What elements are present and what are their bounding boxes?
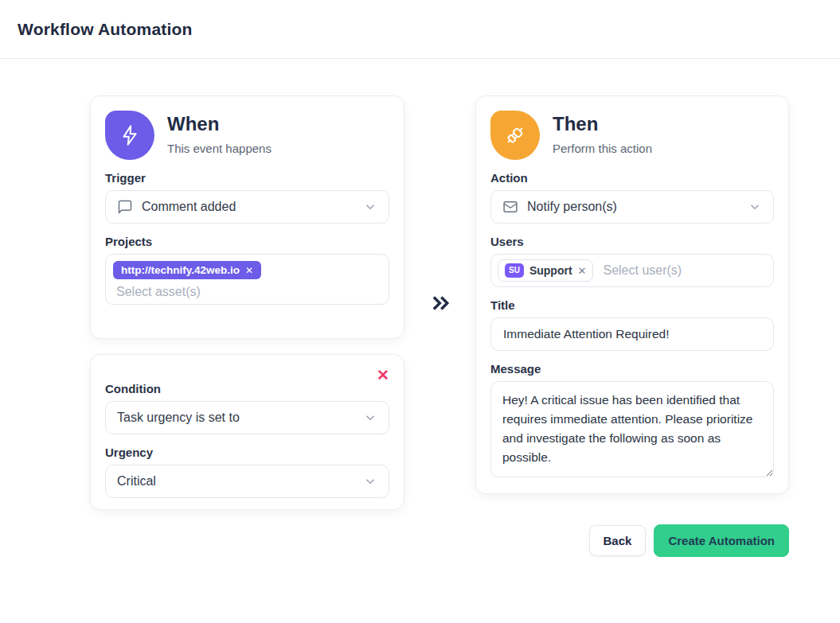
- remove-user-chip-icon[interactable]: ✕: [578, 265, 587, 277]
- user-chip-name: Support: [529, 264, 572, 277]
- message-textarea[interactable]: [490, 381, 774, 477]
- condition-select[interactable]: Task urgency is set to: [105, 401, 389, 434]
- projects-label: Projects: [105, 235, 389, 248]
- chevron-down-icon: [748, 200, 762, 214]
- title-label: Title: [490, 298, 774, 312]
- projects-multiselect[interactable]: http://technify.42web.io ✕ Select asset(…: [105, 254, 389, 305]
- action-value: Notify person(s): [527, 200, 739, 214]
- when-card-header: When This event happens: [105, 111, 389, 160]
- chevron-down-icon: [363, 411, 377, 425]
- then-card-header: Then Perform this action: [490, 111, 774, 160]
- condition-card: ✕ Condition Task urgency is set to Urgen…: [90, 354, 404, 510]
- trigger-select[interactable]: Comment added: [105, 190, 389, 224]
- project-chip: http://technify.42web.io ✕: [113, 261, 261, 279]
- users-multiselect[interactable]: SU Support ✕ Select user(s): [490, 254, 774, 287]
- users-placeholder: Select user(s): [603, 263, 682, 278]
- users-label: Users: [490, 235, 774, 248]
- page-title: Workflow Automation: [18, 20, 193, 39]
- lightning-icon: [105, 111, 154, 160]
- condition-value: Task urgency is set to: [117, 411, 354, 425]
- when-card: When This event happens Trigger Comment …: [90, 95, 404, 339]
- condition-label: Condition: [105, 382, 389, 395]
- user-avatar: SU: [505, 263, 524, 278]
- footer-actions: Back Create Automation: [589, 524, 789, 557]
- urgency-value: Critical: [117, 474, 354, 489]
- remove-project-chip-icon[interactable]: ✕: [245, 265, 253, 276]
- chevron-down-icon: [363, 474, 377, 489]
- comment-icon: [117, 199, 133, 215]
- urgency-select[interactable]: Critical: [105, 465, 389, 498]
- title-input[interactable]: [490, 317, 774, 351]
- plug-icon: [490, 111, 540, 160]
- when-title: When: [167, 113, 272, 135]
- double-chevron-right-icon: [428, 291, 452, 318]
- projects-placeholder: Select asset(s): [116, 285, 381, 299]
- when-subtitle: This event happens: [167, 142, 272, 155]
- chevron-down-icon: [363, 200, 377, 214]
- then-subtitle: Perform this action: [553, 142, 652, 155]
- user-chip: SU Support ✕: [498, 259, 593, 282]
- trigger-value: Comment added: [142, 200, 354, 214]
- create-automation-button[interactable]: Create Automation: [654, 524, 789, 557]
- trigger-label: Trigger: [105, 171, 389, 185]
- project-chip-label: http://technify.42web.io: [121, 264, 240, 276]
- page-header: Workflow Automation: [0, 0, 840, 59]
- back-button[interactable]: Back: [589, 525, 647, 556]
- message-label: Message: [490, 362, 774, 376]
- remove-condition-icon[interactable]: ✕: [377, 368, 389, 383]
- action-label: Action: [490, 171, 774, 185]
- urgency-label: Urgency: [105, 446, 389, 459]
- then-card: Then Perform this action Action Notify p…: [475, 95, 789, 494]
- then-title: Then: [553, 113, 652, 135]
- action-select[interactable]: Notify person(s): [490, 190, 774, 224]
- mail-icon: [502, 199, 518, 215]
- workflow-automation-page: Workflow Automation When This event happ…: [0, 0, 840, 623]
